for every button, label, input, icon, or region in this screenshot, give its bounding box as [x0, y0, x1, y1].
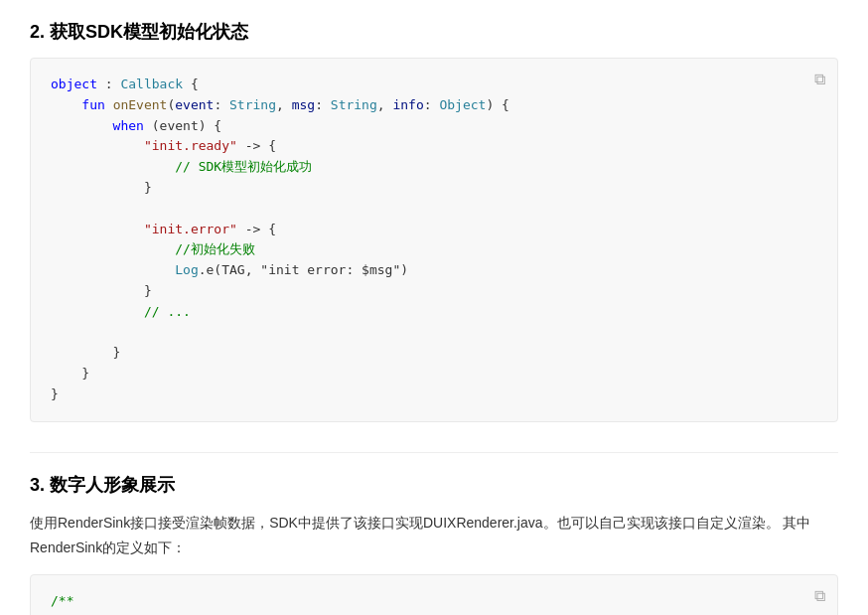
code-token: : — [97, 77, 120, 91]
code-token: String — [331, 97, 377, 112]
code-token: ) { — [486, 97, 508, 112]
code-token: "init.error" — [51, 222, 237, 236]
code-token: } — [51, 180, 152, 195]
code-line: object : Callback { — [51, 77, 199, 91]
section-2-description: 使用RenderSink接口接受渲染帧数据，SDK中提供了该接口实现DUIXRe… — [30, 511, 838, 560]
code-line: // SDK模型初始化成功 — [51, 159, 312, 174]
code-block-2: ⧉ /** * 渲染管道，通过该接口回返回渲染数据 */ public inte… — [30, 574, 838, 615]
code-token: // SDK模型初始化成功 — [51, 159, 312, 174]
code-token: : — [315, 97, 331, 112]
code-line: } — [51, 283, 152, 298]
section-2: 3. 数字人形象展示 使用RenderSink接口接受渲染帧数据，SDK中提供了… — [30, 473, 838, 615]
code-token: when — [51, 118, 144, 133]
section-divider — [30, 452, 838, 453]
code-token: fun — [51, 97, 113, 112]
code-token: // ... — [51, 304, 191, 319]
code-line: Log.e(TAG, "init error: $msg") — [51, 262, 408, 277]
code-line: } — [51, 345, 120, 360]
code-token: -> { — [237, 138, 276, 153]
code-token: onEvent — [113, 97, 168, 112]
code-token: : — [424, 97, 440, 112]
code-token: } — [51, 386, 59, 401]
code-block-1: ⧉ object : Callback { fun onEvent(event:… — [30, 58, 838, 422]
code-line: //初始化失败 — [51, 241, 255, 256]
code-token: Callback — [120, 77, 183, 91]
section-1-title: 2. 获取SDK模型初始化状态 — [30, 20, 838, 44]
code-token: } — [51, 345, 120, 360]
section-1: 2. 获取SDK模型初始化状态 ⧉ object : Callback { fu… — [30, 20, 838, 422]
code-token: /** — [51, 593, 73, 608]
code-token: Log — [51, 262, 199, 277]
code-token: .e(TAG, "init error: $msg") — [199, 262, 408, 277]
code-token: info — [392, 97, 423, 112]
code-line: "init.error" -> { — [51, 222, 276, 236]
code-token: //初始化失败 — [51, 241, 255, 256]
code-pre-2: /** * 渲染管道，通过该接口回返回渲染数据 */ public interf… — [51, 591, 817, 615]
copy-button-1[interactable]: ⧉ — [814, 69, 825, 94]
code-line: "init.ready" -> { — [51, 138, 276, 153]
code-line: when (event) { — [51, 118, 221, 133]
code-line: // ... — [51, 304, 191, 319]
code-line: /** — [51, 593, 73, 608]
code-pre-1: object : Callback { fun onEvent(event: S… — [51, 75, 817, 405]
code-line: } — [51, 180, 152, 195]
code-token: : — [214, 97, 229, 112]
code-token: (event) { — [144, 118, 221, 133]
code-token: } — [51, 366, 89, 381]
code-token: String — [229, 97, 276, 112]
code-token: Object — [439, 97, 486, 112]
code-line: } — [51, 366, 89, 381]
code-line: fun onEvent(event: String, msg: String, … — [51, 97, 509, 112]
code-token: "init.ready" — [51, 138, 237, 153]
section-2-title: 3. 数字人形象展示 — [30, 473, 838, 497]
code-token: msg — [292, 97, 315, 112]
code-line: } — [51, 386, 59, 401]
code-token: , — [276, 97, 292, 112]
code-token: } — [51, 283, 152, 298]
code-token: object — [51, 77, 97, 91]
code-token: -> { — [237, 222, 276, 236]
copy-button-2[interactable]: ⧉ — [814, 585, 825, 611]
code-token: , — [377, 97, 393, 112]
code-token: event — [175, 97, 214, 112]
code-token: { — [183, 77, 199, 91]
